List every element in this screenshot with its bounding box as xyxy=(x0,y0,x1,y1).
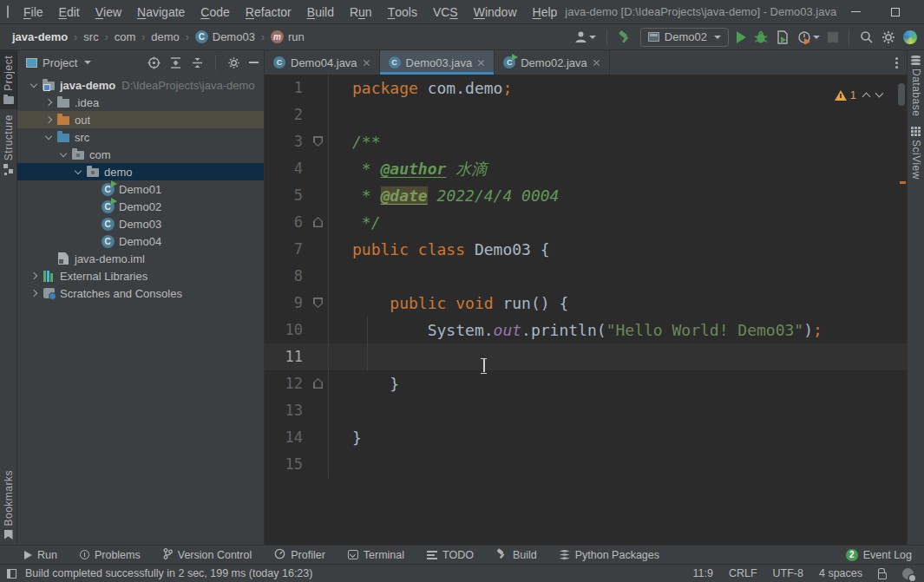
breadcrumb-item-com[interactable]: com xyxy=(115,30,136,43)
stripe-button-bookmarks[interactable]: Bookmarks xyxy=(0,465,17,545)
chevron-collapsed-icon[interactable] xyxy=(28,287,40,299)
chevron-down-icon[interactable] xyxy=(84,61,91,64)
code-line-4[interactable]: 4 * @author 水滴 xyxy=(265,155,907,182)
stripe-button-database[interactable]: Database xyxy=(908,50,924,121)
tab-demo04-java[interactable]: CDemo04.java xyxy=(265,50,380,75)
menu-file[interactable]: File xyxy=(16,0,51,24)
previous-problem-button[interactable] xyxy=(862,93,871,101)
code-line-2[interactable]: 2 xyxy=(265,101,907,128)
toolwindow-button-build[interactable]: Build xyxy=(496,548,537,562)
fold-end-icon[interactable] xyxy=(313,217,323,227)
code-line-12[interactable]: 12 } xyxy=(265,370,907,397)
code-line-1[interactable]: 1package com.demo; xyxy=(265,75,907,101)
debug-button[interactable] xyxy=(754,30,768,44)
encoding-widget[interactable]: UTF-8 xyxy=(773,567,803,579)
maximize-button[interactable] xyxy=(875,0,914,24)
menu-navigate[interactable]: Navigate xyxy=(129,0,193,24)
toolwindow-button-todo[interactable]: TODO xyxy=(427,549,474,561)
code-line-15[interactable]: 15 xyxy=(265,451,907,478)
expand-all-button[interactable] xyxy=(169,56,182,69)
tree-item-demo03[interactable]: CDemo03 xyxy=(17,215,264,232)
tree-item-demo01[interactable]: CDemo01 xyxy=(17,180,264,198)
menu-vcs[interactable]: VCS xyxy=(425,0,466,24)
menu-code[interactable]: Code xyxy=(193,0,237,24)
code-line-5[interactable]: 5 * @date 2022/4/4 0004 xyxy=(265,182,907,209)
tree-item--idea[interactable]: .idea xyxy=(17,94,264,111)
run-with-coverage-button[interactable] xyxy=(776,30,790,44)
tab-options-button[interactable] xyxy=(887,50,907,75)
tab-close-icon[interactable] xyxy=(477,59,485,67)
code-line-9[interactable]: 9 public void run() { xyxy=(265,290,907,317)
code-line-11[interactable]: 11 xyxy=(265,343,907,370)
code-line-3[interactable]: 3/** xyxy=(265,128,907,155)
code-editor[interactable]: 1package com.demo;23/**4 * @author 水滴5 *… xyxy=(265,75,907,545)
menu-help[interactable]: Help xyxy=(525,0,566,24)
tree-item-demo04[interactable]: CDemo04 xyxy=(17,232,264,250)
minimize-button[interactable] xyxy=(836,0,875,24)
chevron-expanded-icon[interactable] xyxy=(28,79,40,91)
code-line-7[interactable]: 7public class Demo03 { xyxy=(265,236,907,263)
readonly-lock-icon[interactable] xyxy=(878,572,887,579)
search-everywhere-button[interactable] xyxy=(860,30,874,44)
caret-position-widget[interactable]: 11:9 xyxy=(692,567,712,579)
menu-run[interactable]: Run xyxy=(342,0,380,24)
chevron-collapsed-icon[interactable] xyxy=(43,114,55,126)
fold-start-icon[interactable] xyxy=(313,136,323,147)
next-problem-button[interactable] xyxy=(875,89,884,98)
plugin-sphere-icon[interactable] xyxy=(903,30,917,44)
code-line-8[interactable]: 8 xyxy=(265,263,907,290)
inspections-widget[interactable]: 1 xyxy=(835,82,882,108)
toolwindow-button-run[interactable]: Run xyxy=(24,549,57,561)
code-line-6[interactable]: 6 */ xyxy=(265,209,907,236)
stop-button[interactable] xyxy=(828,32,838,43)
close-button[interactable] xyxy=(914,0,924,24)
menu-build[interactable]: Build xyxy=(299,0,342,24)
toolwindow-button-profiler[interactable]: Profiler xyxy=(274,548,325,562)
select-opened-file-button[interactable] xyxy=(147,56,161,69)
toolwindow-button-version-control[interactable]: Version Control xyxy=(163,548,252,562)
breadcrumb-item-java-demo[interactable]: java-demo xyxy=(12,30,68,43)
breadcrumb-item-src[interactable]: src xyxy=(83,30,98,43)
stripe-button-project[interactable]: Project xyxy=(0,50,17,109)
tab-close-icon[interactable] xyxy=(363,59,370,67)
chevron-expanded-icon[interactable] xyxy=(72,166,84,178)
chevron-expanded-icon[interactable] xyxy=(43,131,55,143)
settings-sync-icon[interactable] xyxy=(902,568,914,579)
indent-widget[interactable]: 4 spaces xyxy=(819,567,862,579)
toolwindow-button-python-packages[interactable]: Python Packages xyxy=(560,549,659,561)
tab-demo03-java[interactable]: CDemo03.java xyxy=(380,50,495,75)
chevron-collapsed-icon[interactable] xyxy=(28,270,40,282)
profile-button[interactable] xyxy=(574,30,596,43)
breadcrumb-item-run[interactable]: mrun xyxy=(271,30,305,43)
tree-item-out[interactable]: out xyxy=(17,111,264,128)
code-line-14[interactable]: 14} xyxy=(265,424,907,451)
tree-item-demo[interactable]: demo xyxy=(17,163,264,180)
tree-item-java-demo[interactable]: java-demoD:\IdeaProjects\java-demo xyxy=(17,76,264,94)
fold-start-icon[interactable] xyxy=(313,298,323,308)
stripe-button-structure[interactable]: Structure xyxy=(0,109,17,179)
menu-window[interactable]: Window xyxy=(466,0,525,24)
panel-settings-gear-icon[interactable] xyxy=(227,56,240,69)
collapse-all-button[interactable] xyxy=(191,56,204,69)
toolwindow-toggle-icon[interactable] xyxy=(7,569,16,579)
menu-tools[interactable]: Tools xyxy=(380,0,425,24)
fold-end-icon[interactable] xyxy=(313,378,323,389)
toolwindow-button-problems[interactable]: Problems xyxy=(80,549,141,561)
error-stripe-mark[interactable] xyxy=(900,181,906,184)
tree-item-demo02[interactable]: CDemo02 xyxy=(17,198,264,215)
tab-close-icon[interactable] xyxy=(593,59,600,67)
chevron-collapsed-icon[interactable] xyxy=(43,96,55,108)
menu-edit[interactable]: Edit xyxy=(51,0,88,24)
breadcrumb-item-demo03[interactable]: CDemo03 xyxy=(195,30,255,43)
chevron-expanded-icon[interactable] xyxy=(57,148,69,160)
run-button[interactable] xyxy=(737,31,746,43)
tab-demo02-java[interactable]: CDemo02.java xyxy=(495,50,610,75)
settings-gear-button[interactable] xyxy=(881,30,895,44)
run-configuration-select[interactable]: Demo02 xyxy=(640,28,729,47)
build-hammer-button[interactable] xyxy=(618,29,632,44)
tree-item-java-demo-iml[interactable]: java-demo.iml xyxy=(17,250,264,267)
breadcrumb-item-demo[interactable]: demo xyxy=(151,30,180,43)
profiler-button[interactable] xyxy=(797,30,820,44)
stripe-button-sciview[interactable]: SciView xyxy=(908,121,924,185)
tree-item-scratches-and-consoles[interactable]: Scratches and Consoles xyxy=(17,284,264,302)
